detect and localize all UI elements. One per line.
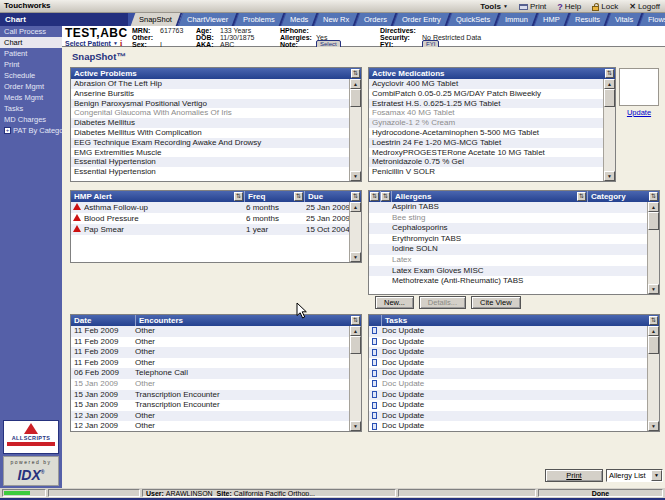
scroll-down-button[interactable]: ▼ [604,171,615,181]
scrollbar[interactable]: ▲ ▼ [647,202,659,294]
problem-item[interactable]: EEG Technique Exam Recording Awake And D… [71,138,349,148]
scroll-up-button[interactable]: ▲ [350,202,361,212]
task-row[interactable]: Doc Update [369,400,647,411]
tools-menu[interactable]: Tools ▼ [480,2,508,11]
scroll-up-button[interactable]: ▲ [648,202,659,212]
tab-vitals[interactable]: Vitals [607,13,644,26]
sort-icon[interactable]: ⇅ [605,69,614,78]
tab-orders[interactable]: Orders [356,13,398,26]
scrollbar-thumb[interactable] [350,336,361,354]
tab-problems[interactable]: Problems [235,13,285,26]
sort-icon[interactable]: ⇅ [370,192,379,201]
sidebar-item-pat-by-category[interactable]: + PAT By Category [0,125,62,136]
task-row[interactable]: Doc Update [369,368,647,379]
sidebar-item-order-mgmt[interactable]: Order Mgmt [0,81,62,92]
task-row[interactable]: Doc Update [369,390,647,401]
encounter-row[interactable]: 12 Jan 2009Other [71,421,349,431]
problem-item[interactable]: Diabetes Mellitus With Complication [71,128,349,138]
problem-item[interactable]: Anserine Bursitis [71,89,349,99]
sort-icon[interactable]: ⇅ [649,192,658,201]
medication-item[interactable]: Gynazole-1 2 % Cream [369,118,603,128]
encounter-row[interactable]: 11 Feb 2009Other [71,326,349,337]
tab-flowsheets[interactable]: Flowsheets [640,13,665,26]
scrollbar-thumb[interactable] [604,89,615,107]
scrollbar-thumb[interactable] [350,89,361,107]
hmp-alert-row[interactable]: Pap Smear1 year15 Oct 2004 [71,224,349,235]
encounter-row[interactable]: 06 Feb 2009Telephone Call [71,368,349,379]
scrollbar-thumb[interactable] [648,212,659,230]
scroll-up-button[interactable]: ▲ [350,326,361,336]
encounter-row[interactable]: 15 Jan 2009Transcription Encounter [71,400,349,411]
sidebar-item-tasks[interactable]: Tasks [0,103,62,114]
sort-icon[interactable]: ⇅ [381,192,390,201]
scrollbar[interactable]: ▲ ▼ [349,79,361,181]
hmp-alert-row[interactable]: Blood Pressure6 months25 Jan 2009 [71,213,349,224]
encounter-row[interactable]: 11 Feb 2009Other [71,358,349,369]
sidebar-item-meds-mgmt[interactable]: Meds Mgmt [0,92,62,103]
task-row[interactable]: Doc Update [369,326,647,337]
scrollbar[interactable]: ▲ ▼ [349,202,361,262]
sidebar-item-chart[interactable]: Chart [0,37,62,48]
task-row[interactable]: Doc Update [369,358,647,369]
sort-icon[interactable]: ⇅ [234,192,243,201]
scrollbar[interactable]: ▲ ▼ [647,326,659,431]
tab-quicksets[interactable]: QuickSets [448,13,501,26]
scroll-down-button[interactable]: ▼ [648,421,659,431]
new-allergen-button[interactable]: New... [375,296,414,309]
tab-immun[interactable]: Immun [497,13,539,26]
medication-item[interactable]: CombiPatch 0.05-0.25 MG/DAY Patch Biweek… [369,89,603,99]
sidebar-item-call-process[interactable]: Call Process [0,26,62,37]
sidebar-item-schedule[interactable]: Schedule [0,70,62,81]
sidebar-item-md-charges[interactable]: MD Charges [0,114,62,125]
lock-menu[interactable]: Lock [592,2,618,11]
tab-chartviewer[interactable]: ChartViewer [179,13,239,26]
problem-item[interactable]: Essential Hypertension [71,167,349,177]
medication-item[interactable]: Penicillin V SOLR [369,167,603,177]
encounter-row[interactable]: 15 Jan 2009Other [71,379,349,390]
problem-item[interactable]: Benign Paroxysmal Positional Vertigo [71,99,349,109]
problem-item[interactable]: EMG Extremities Muscle [71,148,349,158]
encounter-row[interactable]: 15 Jan 2009Transcription Encounter [71,390,349,401]
medication-item[interactable]: Fosamax 40 MG Tablet [369,108,603,118]
allergen-item[interactable]: Latex Exam Gloves MISC [369,266,647,277]
task-row[interactable]: Doc Update [369,347,647,358]
update-photo-link[interactable]: Update [619,108,659,117]
medication-item[interactable]: MedroxyPROGESTERone Acetate 10 MG Tablet [369,148,603,158]
scroll-up-button[interactable]: ▲ [648,326,659,336]
sort-icon[interactable]: ⇅ [351,316,360,325]
tab-snapshot[interactable]: SnapShot [131,13,183,26]
allergen-item[interactable]: Latex [369,255,647,266]
problem-item[interactable]: Abrasion Of The Left Hip [71,79,349,89]
logoff-menu[interactable]: ✕ Logoff [629,2,660,11]
sort-icon[interactable]: ⇅ [294,192,303,201]
allergen-item[interactable]: Erythromycin TABS [369,234,647,245]
task-row[interactable]: Doc Update [369,411,647,422]
problem-item[interactable]: Diabetes Mellitus [71,118,349,128]
scroll-down-button[interactable]: ▼ [350,421,361,431]
task-row[interactable]: Doc Update [369,421,647,431]
sort-icon[interactable]: ⇅ [351,192,360,201]
allergy-list-dropdown[interactable]: Allergy List ▼ [606,469,663,482]
help-menu[interactable]: ? Help [557,2,581,12]
scroll-down-button[interactable]: ▼ [350,252,361,262]
allergen-item[interactable]: Aspirin TABS [369,202,647,213]
expand-plus-icon[interactable]: + [4,127,11,134]
cite-view-button[interactable]: Cite View [471,296,521,309]
scrollbar[interactable]: ▲ ▼ [603,79,615,181]
scrollbar[interactable]: ▲ ▼ [349,326,361,431]
tab-hmp[interactable]: HMP [535,13,570,26]
scroll-up-button[interactable]: ▲ [604,79,615,89]
sort-icon[interactable]: ⇅ [577,192,586,201]
medication-item[interactable]: Metronidazole 0.75 % Gel [369,157,603,167]
print-menu[interactable]: Print [519,2,546,11]
sidebar-item-patient[interactable]: Patient [0,48,62,59]
tab-results[interactable]: Results [566,13,610,26]
task-row[interactable]: Doc Update [369,379,647,390]
scrollbar-thumb[interactable] [648,336,659,354]
medication-item[interactable]: Hydrocodone-Acetaminophen 5-500 MG Table… [369,128,603,138]
tab-meds[interactable]: Meds [281,13,318,26]
problem-item[interactable]: Congenital Glaucoma With Anomalies Of Ir… [71,108,349,118]
medication-item[interactable]: Acyclovir 400 MG Tablet [369,79,603,89]
allergen-item[interactable]: Methotrexate (Anti-Rheumatic) TABS [369,276,647,287]
allergen-details-button[interactable]: Details... [419,296,466,309]
